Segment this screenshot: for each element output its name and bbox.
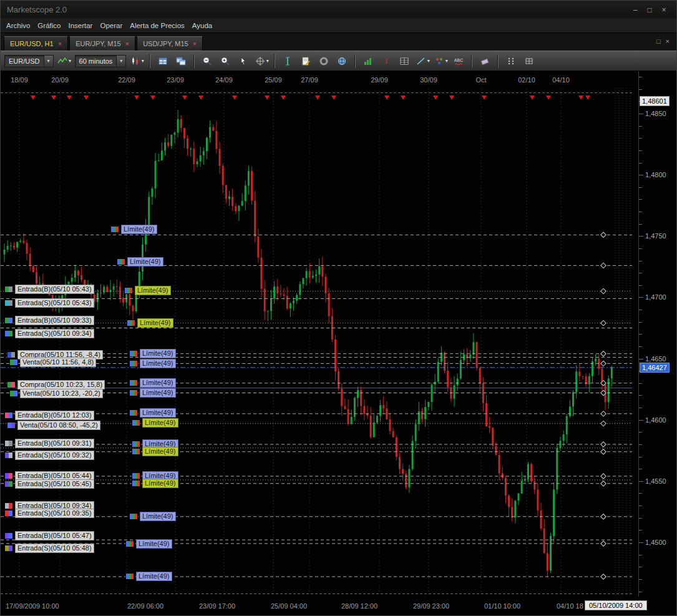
tab-label: EUR/USD, H1 [10,40,54,47]
chart-type-button[interactable]: ▾ [129,54,144,69]
symbol-select[interactable]: EUR/USD▾ [4,55,54,67]
tab-eur-usd-h1[interactable]: EUR/USD, H1× [4,36,68,51]
tabbar-window-controls: □× [656,37,673,46]
order-entry-label[interactable]: Entrada(B)(05/10 12:03) [4,411,94,420]
marker-tool-button[interactable]: ▾ [433,54,448,69]
close-button[interactable]: × [658,6,670,14]
limit-order-label[interactable]: Límite(49) [117,257,163,266]
limit-order-label[interactable]: Límite(49) [129,359,176,368]
toolbar-separator [497,54,499,68]
menu-item-insertar[interactable]: Insertar [68,22,92,29]
ruler-icon [282,56,293,67]
order-entry-label[interactable]: Entrada(S)(05/10 09:32) [4,451,94,460]
tick-chart-button[interactable]: ▾ [57,54,72,69]
menu-item-operar[interactable]: Operar [100,22,122,29]
limit-order-label[interactable]: Límite(49) [124,286,171,295]
top-axis-label: 20/09 [51,76,69,84]
menu-item-gr-fico[interactable]: Gráfico [37,22,61,29]
indicator-button[interactable] [316,54,331,69]
restore-chart-icon[interactable]: □ [656,37,661,45]
limit-order-label[interactable]: Límite(49) [125,572,172,581]
order-marker-icon [4,317,13,324]
chart-canvas[interactable] [1,88,638,597]
eraser-button[interactable] [477,54,492,69]
color-chip [9,413,12,418]
order-entry-label[interactable]: Entrada(S)(05/10 05:43) [4,298,94,308]
order-entry-label[interactable]: Entrada(B)(05/10 09:31) [4,439,94,448]
order-entry-label[interactable]: Entrada(S)(05/10 09:35) [4,509,94,518]
color-chip [9,286,12,292]
limit-marker-icon [117,258,125,265]
limit-order-label[interactable]: Límite(49) [132,479,178,488]
menu-item-alerta-de-precios[interactable]: Alerta de Precios [130,22,185,29]
pointer-button[interactable] [236,54,251,69]
order-entry-label[interactable]: Venta(05/10 11:56, 4,8) [9,358,96,367]
order-entry-label[interactable]: Entrada(S)(05/10 05:45) [4,479,94,489]
color-chip [9,300,12,306]
limit-order-label[interactable]: Límite(49) [129,512,176,521]
order-entry-label[interactable]: Entrada(B)(05/10 05:43) [4,285,94,294]
data-window-button[interactable] [397,54,412,69]
window-title: Marketscope 2.0 [7,5,627,14]
tab-close-icon[interactable]: × [125,40,129,47]
tab-eur-jpy-m15[interactable]: EUR/JPY, M15× [69,36,135,51]
limit-order-label[interactable]: Límite(49) [129,378,176,388]
order-entry-label[interactable]: Entrada(B)(05/10 09:33) [4,316,94,325]
time-axis-bottom[interactable]: 17/09/2009 10:0022/09 06:0023/09 17:0025… [1,597,677,616]
order-entry-label[interactable]: Venta(05/10 08:50, -45,2) [7,421,100,430]
line-tool-button[interactable]: ▾ [415,54,430,69]
abc-icon: ABC [453,56,464,67]
color-chip [122,259,125,265]
measure-button[interactable] [280,54,295,69]
titlebar[interactable]: Marketscope 2.0 –□× [1,1,676,18]
eraser-icon [479,56,490,67]
order-entry-label[interactable]: Entrada(S)(05/10 05:48) [4,544,94,553]
layout-grid-button[interactable] [522,54,537,69]
limit-order-text: Límite(49) [140,349,176,358]
limit-order-label[interactable]: Límite(49) [129,349,176,358]
web-button[interactable] [334,54,349,69]
top-axis-label: 23/09 [167,76,184,84]
price-tick [639,273,642,273]
timeframe-select[interactable]: 60 minutos▾ [75,55,127,67]
price-axis[interactable]: 1,48501,48001,47501,47001,46501,46001,45… [638,71,677,616]
menu-item-archivo[interactable]: Archivo [6,22,30,29]
maximize-button[interactable]: □ [643,6,656,14]
crosshair-button[interactable]: ▾ [254,54,269,69]
zoom-in-button[interactable] [218,54,233,69]
tab-close-icon[interactable]: × [193,40,197,47]
limit-order-label[interactable]: Límite(49) [129,388,176,398]
order-entry-label[interactable]: Compra(05/10 10:23, 15,8) [7,380,105,389]
text-tool-button[interactable]: I [379,54,394,69]
more-tools-button[interactable] [504,54,519,69]
annotation-button[interactable] [298,54,313,69]
order-entry-text: Entrada(S)(05/10 09:34) [15,329,94,338]
order-entry-label[interactable]: Entrada(B)(05/10 05:47) [4,531,94,540]
close-chart-icon[interactable]: × [666,37,670,45]
zoom-out-button[interactable] [200,54,215,69]
chart-analysis-button[interactable] [361,54,376,69]
price-tick [639,457,642,457]
timeframe-select-value: 60 minutos [75,57,117,65]
limit-order-label[interactable]: Límite(49) [129,408,176,418]
tab-close-icon[interactable]: × [58,40,62,47]
order-entry-label[interactable]: Entrada(S)(05/10 09:34) [4,329,94,338]
limit-order-text: Límite(49) [142,447,178,456]
menu-item-ayuda[interactable]: Ayuda [192,22,212,29]
minimize-button[interactable]: – [629,6,641,14]
limit-order-label[interactable]: Límite(49) [132,447,178,456]
svg-text:ABC: ABC [454,58,463,62]
marker-icon [434,56,445,67]
order-entry-label[interactable]: Venta(05/10 10:23, -20,2) [9,389,103,398]
limit-order-label[interactable]: Límite(49) [132,418,178,428]
tile-windows-button[interactable] [173,54,188,69]
tab-usd-jpy-m15[interactable]: USD/JPY, M15× [137,36,203,51]
color-chip [135,351,137,356]
limit-order-label[interactable]: Límite(49) [110,225,157,234]
limit-order-label[interactable]: Límite(49) [127,318,173,328]
top-axis-label: 02/10 [518,76,535,84]
new-chart-window-button[interactable] [155,54,170,69]
time-axis-top[interactable]: 18/0920/0922/0923/0924/0925/0927/0929/09… [1,71,638,88]
spelling-button[interactable]: ABC [451,54,466,69]
limit-order-label[interactable]: Límite(49) [125,539,172,549]
